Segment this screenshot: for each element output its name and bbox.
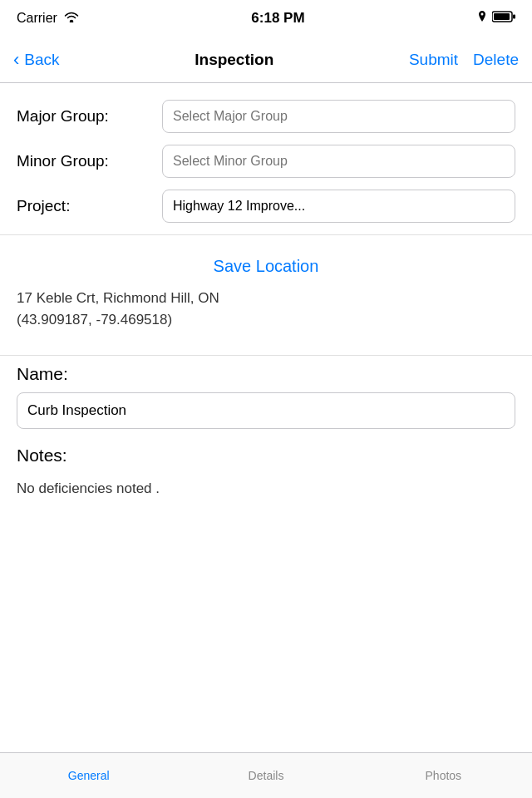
notes-section: Notes: No deficiencies noted . bbox=[0, 436, 532, 504]
nav-bar: ‹ Back Inspection Submit Delete bbox=[0, 37, 532, 83]
project-row: Project: bbox=[17, 190, 515, 223]
status-time: 6:18 PM bbox=[251, 10, 304, 27]
major-group-row: Major Group: bbox=[17, 100, 515, 133]
name-label: Name: bbox=[17, 364, 515, 384]
save-location-section: Save Location bbox=[0, 244, 532, 288]
tab-bar: General Details Photos bbox=[0, 752, 532, 798]
major-group-input[interactable] bbox=[162, 100, 515, 133]
back-button[interactable]: ‹ Back bbox=[13, 51, 60, 69]
content: Major Group: Minor Group: Project: Save … bbox=[0, 83, 532, 752]
status-left: Carrier bbox=[17, 11, 79, 26]
tab-general[interactable]: General bbox=[0, 753, 177, 798]
delete-button[interactable]: Delete bbox=[473, 51, 519, 69]
back-chevron-icon: ‹ bbox=[13, 51, 19, 69]
name-input[interactable] bbox=[17, 392, 515, 429]
tab-photos[interactable]: Photos bbox=[355, 753, 532, 798]
submit-button[interactable]: Submit bbox=[409, 51, 458, 69]
status-right bbox=[477, 11, 515, 26]
wifi-icon bbox=[64, 11, 79, 26]
major-group-label: Major Group: bbox=[17, 107, 162, 126]
minor-group-input[interactable] bbox=[162, 145, 515, 178]
nav-title: Inspection bbox=[195, 51, 273, 69]
back-label: Back bbox=[24, 51, 59, 69]
battery-icon bbox=[492, 11, 515, 26]
carrier-label: Carrier bbox=[17, 11, 57, 26]
address-line1: 17 Keble Crt, Richmond Hill, ON bbox=[17, 288, 515, 309]
location-address: 17 Keble Crt, Richmond Hill, ON (43.9091… bbox=[0, 288, 532, 347]
address-line2: (43.909187, -79.469518) bbox=[17, 309, 515, 331]
divider-1 bbox=[0, 234, 532, 235]
tab-details[interactable]: Details bbox=[177, 753, 354, 798]
svg-rect-2 bbox=[494, 13, 510, 20]
location-icon bbox=[477, 11, 487, 26]
divider-2 bbox=[0, 355, 532, 356]
project-input[interactable] bbox=[162, 190, 515, 223]
nav-actions: Submit Delete bbox=[409, 51, 519, 69]
minor-group-row: Minor Group: bbox=[17, 145, 515, 178]
name-section: Name: bbox=[0, 364, 532, 436]
minor-group-label: Minor Group: bbox=[17, 152, 162, 170]
project-label: Project: bbox=[17, 197, 162, 215]
notes-label: Notes: bbox=[17, 446, 515, 466]
status-bar: Carrier 6:18 PM bbox=[0, 0, 532, 37]
form-section: Major Group: Minor Group: Project: bbox=[0, 83, 532, 223]
notes-text: No deficiencies noted . bbox=[17, 474, 515, 504]
svg-rect-3 bbox=[513, 15, 515, 19]
save-location-button[interactable]: Save Location bbox=[214, 257, 319, 276]
